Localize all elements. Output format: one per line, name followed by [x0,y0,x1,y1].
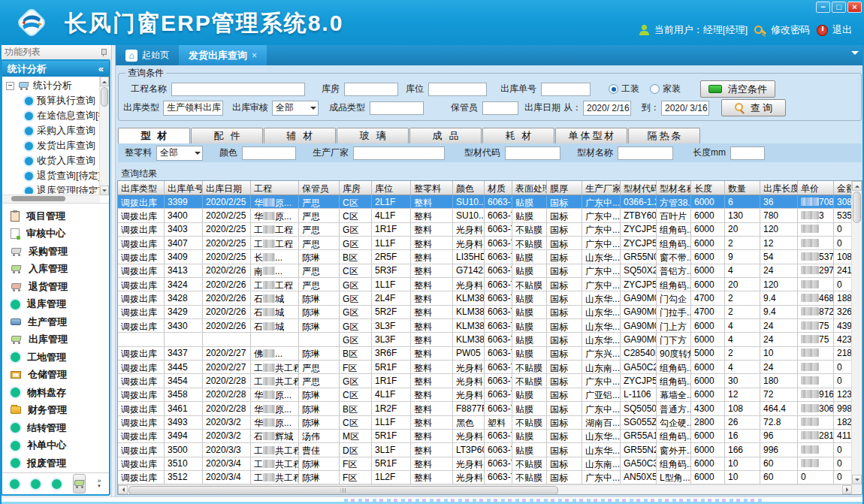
change-password-button[interactable]: 修改密码 [754,23,810,37]
table-row[interactable]: 调拨出库34002020/2/25华原...严思C区4L1F整料SU10...6… [118,209,852,222]
grid-scroll-right-icon[interactable] [842,485,852,494]
column-header-0[interactable]: 出库类型 [118,181,165,195]
material-tab-0[interactable]: 型材 [118,128,190,143]
close-button[interactable]: × [847,2,862,13]
date-to-select[interactable]: 2020/ 3/16 [661,101,709,116]
grid-scroll-left-icon[interactable] [118,485,128,494]
sidebar-item-9[interactable]: 仓储管理 [2,367,109,385]
table-row[interactable]: 调拨出库34542020/2/28工共工程严思G区1R1F整料光身料6063-T… [118,374,852,388]
outbound-no-input[interactable] [541,83,591,96]
tree-item-5[interactable]: 退货查询[待定] [2,168,100,183]
tree-item-3[interactable]: 发货出库查询 [2,138,100,153]
column-header-14[interactable]: 型材名称 [657,181,691,195]
tree-item-6[interactable]: 退库管理[待定] [2,183,100,194]
material-tab-7[interactable]: 隔热条 [628,128,700,143]
product-type-input[interactable] [370,101,424,115]
tab-shipping-outbound-query[interactable]: 发货出库查询 × [179,45,267,65]
toolbar-dot-button-2[interactable] [31,479,41,489]
table-row[interactable]: 调拨出库34612020/2/28华原...陈琳B区1R2F整料F8877FT6… [118,402,852,415]
column-header-7[interactable]: 整零料 [411,181,453,195]
table-row[interactable]: 调拨出库34092020/2/25长...陈琳B区2R5F整料LI35HD606… [118,250,852,264]
sidebar-item-13[interactable]: 补单中心 [2,437,109,455]
tree-root-item[interactable]: 统计分析 [2,78,100,93]
color-input[interactable] [242,146,296,160]
column-header-3[interactable]: 工程 [251,181,299,195]
pin-icon[interactable] [101,49,107,56]
material-tab-5[interactable]: 耗材 [482,128,554,143]
tree-item-2[interactable]: 采购入库查询 [2,123,100,138]
toolbar-cart-button[interactable] [73,474,86,493]
table-row[interactable]: 调拨出库34072020/2/25工工程严思G区1L1F整料光身料6063-T5… [118,237,852,250]
grid-horizontal-scrollbar[interactable] [118,484,852,494]
outbound-type-select[interactable]: 生产领料出库 [163,101,223,116]
material-tab-2[interactable]: 辅材 [264,128,336,143]
outbound-audit-select[interactable]: 全部 [272,101,319,116]
sidebar-item-11[interactable]: 财务管理 [2,402,109,420]
column-header-2[interactable]: 出库日期 [203,181,251,195]
grid-scroll-down-icon[interactable] [852,475,862,484]
group-header[interactable]: 统计分析 « [2,61,109,77]
column-header-5[interactable]: 库房 [340,181,372,195]
collapse-icon[interactable]: « [98,63,104,74]
column-header-17[interactable]: 出库长度 [760,181,798,195]
sidebar-item-2[interactable]: 采购管理 [2,243,109,261]
profile-name-input[interactable] [618,146,673,160]
maximize-button[interactable]: □ [832,2,846,13]
tree-scroll-up-icon[interactable] [100,77,109,86]
manufacturer-input[interactable] [353,146,445,160]
project-name-input[interactable] [171,83,305,96]
grid-vscroll-thumb[interactable] [853,192,861,223]
column-header-11[interactable]: 膜厚 [547,181,582,195]
column-header-8[interactable]: 颜色 [453,181,485,195]
grid-scroll-up-icon[interactable] [852,181,862,191]
sidebar-item-7[interactable]: 出库管理 [2,331,109,349]
table-row[interactable]: 调拨出库34032020/2/25工工程严思G区1R1F整料光身料6063-T5… [118,223,852,237]
tree-vertical-scrollbar[interactable] [99,77,109,195]
tree-item-4[interactable]: 收货入库查询 [2,153,100,168]
sidebar-item-12[interactable]: 结转管理 [2,419,109,437]
location-input[interactable] [428,83,487,96]
tab-home[interactable]: ⌂ 起始页 [116,45,179,65]
table-row[interactable]: 调拨出库34302020/2/26石城陈琳G区3L3F整料KLM38176063… [118,319,852,333]
column-header-10[interactable]: 表面处理 [512,181,547,195]
table-row[interactable]: 调拨出库35002020/3/3工共工程曹佳D区3L1F整料LT3P606063… [118,443,852,457]
tree-item-1[interactable]: 在途信息查询[待 [2,108,100,123]
table-row[interactable]: G区3L3F整料KLM38176063-T5贴膜国标山东华...GA90M09.… [118,333,852,346]
material-tab-4[interactable]: 成品 [409,128,482,143]
minimize-button[interactable]: − [816,2,830,13]
tree-horizontal-scrollbar[interactable] [2,195,100,203]
column-header-1[interactable]: 出库单号 [165,181,203,195]
column-header-18[interactable]: 单价 [798,181,834,195]
table-row[interactable]: 调拨出库34372020/2/27佛...陈琳B区3R6F整料PW056063-… [118,347,852,361]
column-header-6[interactable]: 库位 [372,181,411,195]
part-type-select[interactable]: 全部 [156,146,203,161]
sidebar-item-6[interactable]: 生产管理 [2,313,109,331]
material-tab-6[interactable]: 单体型材 [555,128,627,143]
length-input[interactable] [730,146,765,160]
column-header-13[interactable]: 型材代码 [621,181,657,195]
sidebar-item-1[interactable]: 审核中心 [2,225,109,243]
warehouse-input[interactable] [344,83,398,96]
tree-hscroll-thumb[interactable] [11,196,65,201]
sidebar-item-14[interactable]: 报废管理 [2,454,109,472]
table-row[interactable]: 调拨出库34942020/3/2石辉城汤伟M区5R1F整料光身料6063-T5贴… [118,430,852,443]
table-row[interactable]: 调拨出库34582020/2/28华原...陈琳C区4L1F整料光身料6063-… [118,388,852,402]
grid-hscroll-thumb[interactable] [128,486,558,495]
keeper-input[interactable] [482,101,518,115]
tree-scroll-thumb[interactable] [101,87,108,107]
column-header-4[interactable]: 保管员 [299,181,340,195]
column-header-9[interactable]: 材质 [485,181,512,195]
table-row[interactable]: 调拨出库34932020/3/2华原...陈琳C区1L1F整料黑色塑料不贴膜国标… [118,416,852,430]
table-row[interactable]: 调拨出库35122020/3/4工共工程陈琳F区1L2F整料光身料6063-T5… [118,471,852,484]
table-row[interactable]: 调拨出库34452020/2/27工共工程严思F区5R1F整料光身料6063-T… [118,361,852,374]
material-tab-3[interactable]: 玻璃 [337,128,409,143]
column-header-12[interactable]: 生产厂家 [582,181,621,195]
table-row[interactable]: 调拨出库35102020/3/4工共工程陈琳F区5R1F整料光身料6063-T5… [118,457,852,471]
radio-industrial[interactable]: 工装 [609,83,639,95]
sidebar-item-3[interactable]: 入库管理 [2,261,109,279]
table-row[interactable]: 调拨出库34282020/2/26石城陈琳G区2L4F整料KLM38176063… [118,291,852,305]
clear-conditions-button[interactable]: 清空条件 [700,80,775,98]
table-row[interactable]: 调拨出库34292020/2/26石城陈琳G区5R2F整料KLM38176063… [118,306,852,319]
material-tab-1[interactable]: 配件 [191,128,263,143]
toolbar-dot-button-3[interactable] [52,479,62,489]
